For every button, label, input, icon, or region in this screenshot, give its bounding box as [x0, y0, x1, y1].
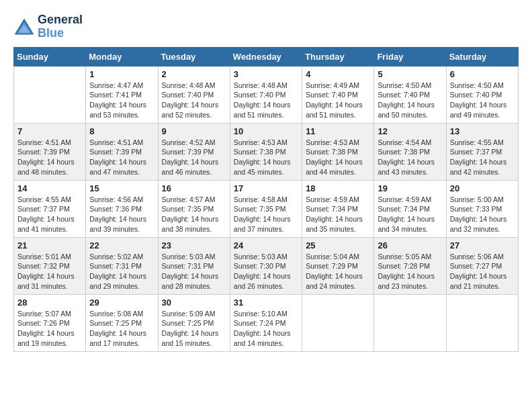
calendar-cell: 10Sunrise: 4:53 AMSunset: 7:38 PMDayligh…	[230, 123, 302, 180]
day-number: 11	[306, 126, 370, 136]
calendar-header-row: SundayMondayTuesdayWednesdayThursdayFrid…	[14, 47, 519, 66]
day-number: 18	[306, 183, 370, 193]
calendar-cell: 30Sunrise: 5:09 AMSunset: 7:25 PMDayligh…	[158, 294, 230, 351]
logo-icon	[13, 17, 35, 36]
day-number: 5	[378, 69, 442, 79]
day-info: Sunrise: 4:48 AMSunset: 7:40 PMDaylight:…	[234, 81, 298, 120]
day-info: Sunrise: 5:10 AMSunset: 7:24 PMDaylight:…	[234, 309, 298, 349]
calendar-table: SundayMondayTuesdayWednesdayThursdayFrid…	[13, 47, 519, 352]
day-info: Sunrise: 4:53 AMSunset: 7:38 PMDaylight:…	[234, 138, 298, 177]
calendar-cell: 19Sunrise: 4:59 AMSunset: 7:34 PMDayligh…	[374, 180, 446, 237]
day-number: 19	[378, 183, 442, 193]
calendar-cell: 20Sunrise: 5:00 AMSunset: 7:33 PMDayligh…	[446, 180, 518, 237]
day-number: 1	[89, 69, 154, 79]
day-number: 31	[234, 298, 298, 308]
day-info: Sunrise: 5:09 AMSunset: 7:25 PMDaylight:…	[162, 309, 226, 349]
day-info: Sunrise: 5:03 AMSunset: 7:31 PMDaylight:…	[162, 252, 226, 291]
day-info: Sunrise: 5:03 AMSunset: 7:30 PMDaylight:…	[234, 252, 298, 291]
day-number: 13	[450, 126, 515, 136]
calendar-week-5: 28Sunrise: 5:07 AMSunset: 7:26 PMDayligh…	[14, 294, 519, 351]
day-number: 10	[234, 126, 298, 136]
day-info: Sunrise: 4:59 AMSunset: 7:34 PMDaylight:…	[378, 195, 442, 234]
day-number: 22	[89, 240, 154, 250]
day-number: 26	[378, 240, 442, 250]
calendar-cell: 21Sunrise: 5:01 AMSunset: 7:32 PMDayligh…	[14, 237, 86, 294]
calendar-cell: 28Sunrise: 5:07 AMSunset: 7:26 PMDayligh…	[14, 294, 86, 351]
day-number: 30	[162, 298, 226, 308]
day-info: Sunrise: 4:55 AMSunset: 7:37 PMDaylight:…	[17, 195, 82, 234]
day-info: Sunrise: 5:07 AMSunset: 7:26 PMDaylight:…	[17, 309, 82, 349]
day-number: 23	[162, 240, 226, 250]
day-number: 29	[89, 298, 154, 308]
calendar-cell: 17Sunrise: 4:58 AMSunset: 7:35 PMDayligh…	[230, 180, 302, 237]
day-number: 20	[450, 183, 515, 193]
day-info: Sunrise: 5:02 AMSunset: 7:31 PMDaylight:…	[89, 252, 154, 291]
header-tuesday: Tuesday	[158, 47, 230, 66]
header-monday: Monday	[86, 47, 158, 66]
day-number: 28	[17, 298, 82, 308]
day-info: Sunrise: 4:54 AMSunset: 7:38 PMDaylight:…	[378, 138, 442, 177]
calendar-cell: 16Sunrise: 4:57 AMSunset: 7:35 PMDayligh…	[158, 180, 230, 237]
calendar-cell: 15Sunrise: 4:56 AMSunset: 7:36 PMDayligh…	[86, 180, 158, 237]
day-info: Sunrise: 4:51 AMSunset: 7:39 PMDaylight:…	[89, 138, 154, 177]
day-info: Sunrise: 5:01 AMSunset: 7:32 PMDaylight:…	[17, 252, 82, 291]
calendar-cell	[302, 294, 374, 351]
calendar-cell: 9Sunrise: 4:52 AMSunset: 7:39 PMDaylight…	[158, 123, 230, 180]
day-info: Sunrise: 4:57 AMSunset: 7:35 PMDaylight:…	[162, 195, 226, 234]
calendar-cell: 11Sunrise: 4:53 AMSunset: 7:38 PMDayligh…	[302, 123, 374, 180]
calendar-cell: 26Sunrise: 5:05 AMSunset: 7:28 PMDayligh…	[374, 237, 446, 294]
day-info: Sunrise: 4:50 AMSunset: 7:40 PMDaylight:…	[450, 81, 515, 120]
day-number: 27	[450, 240, 515, 250]
calendar-cell: 27Sunrise: 5:06 AMSunset: 7:27 PMDayligh…	[446, 237, 518, 294]
calendar-cell: 4Sunrise: 4:49 AMSunset: 7:40 PMDaylight…	[302, 66, 374, 123]
day-info: Sunrise: 4:51 AMSunset: 7:39 PMDaylight:…	[17, 138, 82, 177]
day-number: 24	[234, 240, 298, 250]
calendar-cell	[374, 294, 446, 351]
day-number: 21	[17, 240, 82, 250]
day-info: Sunrise: 4:50 AMSunset: 7:40 PMDaylight:…	[378, 81, 442, 120]
calendar-cell: 7Sunrise: 4:51 AMSunset: 7:39 PMDaylight…	[14, 123, 86, 180]
day-info: Sunrise: 4:55 AMSunset: 7:37 PMDaylight:…	[450, 138, 515, 177]
day-info: Sunrise: 5:04 AMSunset: 7:29 PMDaylight:…	[306, 252, 370, 291]
calendar-cell: 24Sunrise: 5:03 AMSunset: 7:30 PMDayligh…	[230, 237, 302, 294]
day-info: Sunrise: 4:53 AMSunset: 7:38 PMDaylight:…	[306, 138, 370, 177]
header-friday: Friday	[374, 47, 446, 66]
calendar-cell	[446, 294, 518, 351]
day-number: 8	[89, 126, 154, 136]
day-number: 17	[234, 183, 298, 193]
calendar-cell: 22Sunrise: 5:02 AMSunset: 7:31 PMDayligh…	[86, 237, 158, 294]
day-info: Sunrise: 5:06 AMSunset: 7:27 PMDaylight:…	[450, 252, 515, 291]
calendar-week-3: 14Sunrise: 4:55 AMSunset: 7:37 PMDayligh…	[14, 180, 519, 237]
calendar-week-1: 1Sunrise: 4:47 AMSunset: 7:41 PMDaylight…	[14, 66, 519, 123]
page-header: General Blue	[13, 13, 519, 40]
day-info: Sunrise: 4:48 AMSunset: 7:40 PMDaylight:…	[162, 81, 226, 120]
day-number: 6	[450, 69, 515, 79]
calendar-cell: 5Sunrise: 4:50 AMSunset: 7:40 PMDaylight…	[374, 66, 446, 123]
calendar-week-2: 7Sunrise: 4:51 AMSunset: 7:39 PMDaylight…	[14, 123, 519, 180]
day-info: Sunrise: 4:49 AMSunset: 7:40 PMDaylight:…	[306, 81, 370, 120]
header-thursday: Thursday	[302, 47, 374, 66]
day-info: Sunrise: 5:00 AMSunset: 7:33 PMDaylight:…	[450, 195, 515, 234]
day-number: 12	[378, 126, 442, 136]
calendar-cell: 6Sunrise: 4:50 AMSunset: 7:40 PMDaylight…	[446, 66, 518, 123]
calendar-cell: 14Sunrise: 4:55 AMSunset: 7:37 PMDayligh…	[14, 180, 86, 237]
calendar-cell: 13Sunrise: 4:55 AMSunset: 7:37 PMDayligh…	[446, 123, 518, 180]
day-info: Sunrise: 5:08 AMSunset: 7:25 PMDaylight:…	[89, 309, 154, 349]
calendar-cell: 1Sunrise: 4:47 AMSunset: 7:41 PMDaylight…	[86, 66, 158, 123]
day-info: Sunrise: 4:59 AMSunset: 7:34 PMDaylight:…	[306, 195, 370, 234]
calendar-cell	[14, 66, 86, 123]
logo-text: General Blue	[38, 13, 83, 40]
day-number: 15	[89, 183, 154, 193]
header-saturday: Saturday	[446, 47, 518, 66]
calendar-cell: 31Sunrise: 5:10 AMSunset: 7:24 PMDayligh…	[230, 294, 302, 351]
calendar-cell: 3Sunrise: 4:48 AMSunset: 7:40 PMDaylight…	[230, 66, 302, 123]
day-number: 25	[306, 240, 370, 250]
day-number: 3	[234, 69, 298, 79]
calendar-cell: 29Sunrise: 5:08 AMSunset: 7:25 PMDayligh…	[86, 294, 158, 351]
header-sunday: Sunday	[14, 47, 86, 66]
day-info: Sunrise: 4:58 AMSunset: 7:35 PMDaylight:…	[234, 195, 298, 234]
day-number: 16	[162, 183, 226, 193]
logo: General Blue	[13, 13, 83, 40]
day-number: 9	[162, 126, 226, 136]
calendar-cell: 8Sunrise: 4:51 AMSunset: 7:39 PMDaylight…	[86, 123, 158, 180]
